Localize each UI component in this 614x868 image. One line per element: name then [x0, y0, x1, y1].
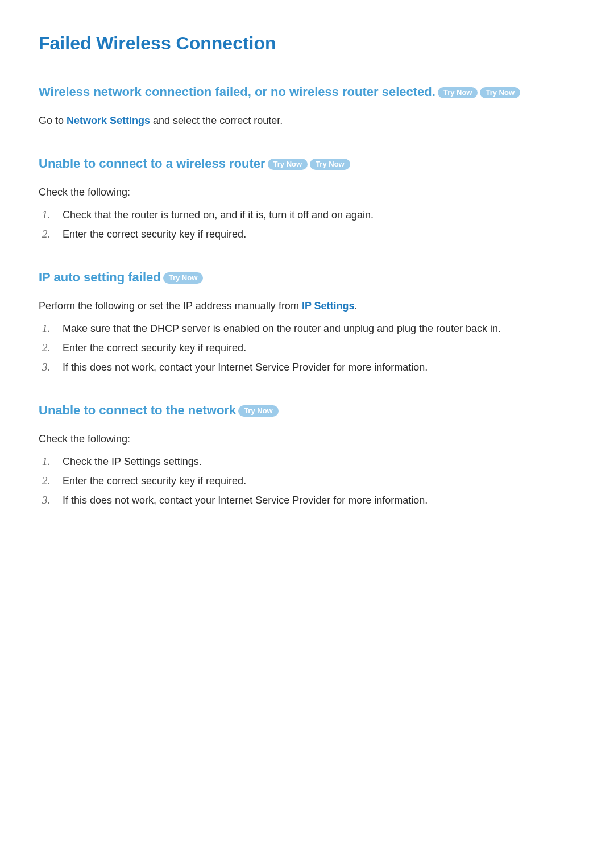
- section-heading-text: Unable to connect to a wireless router: [39, 156, 265, 171]
- section-list: Make sure that the DHCP server is enable…: [39, 320, 580, 376]
- page-title: Failed Wireless Connection: [39, 33, 580, 54]
- section-unable-router: Unable to connect to a wireless router T…: [39, 156, 580, 243]
- ip-settings-link[interactable]: IP Settings: [302, 300, 355, 312]
- section-heading: Wireless network connection failed, or n…: [39, 85, 580, 99]
- try-now-button[interactable]: Try Now: [268, 159, 308, 170]
- section-ip-auto-failed: IP auto setting failed Try Now Perform t…: [39, 270, 580, 376]
- section-list: Check the IP Settings settings. Enter th…: [39, 453, 580, 509]
- text: Perform the following or set the IP addr…: [39, 300, 302, 312]
- text: Check the: [63, 456, 111, 467]
- text: settings.: [161, 456, 202, 467]
- try-now-button[interactable]: Try Now: [310, 159, 350, 170]
- list-item: Enter the correct security key if requir…: [56, 339, 580, 356]
- page: Failed Wireless Connection Wireless netw…: [0, 0, 614, 570]
- section-list: Check that the router is turned on, and …: [39, 206, 580, 243]
- list-item: If this does not work, contact your Inte…: [56, 359, 580, 376]
- try-now-button[interactable]: Try Now: [480, 87, 520, 98]
- text: Go to: [39, 115, 67, 126]
- section-heading-text: IP auto setting failed: [39, 270, 161, 285]
- section-intro: Perform the following or set the IP addr…: [39, 297, 580, 314]
- try-now-button[interactable]: Try Now: [163, 272, 204, 284]
- section-intro: Check the following:: [39, 430, 580, 447]
- section-body: Go to Network Settings and select the co…: [39, 112, 580, 129]
- list-item: Make sure that the DHCP server is enable…: [56, 320, 580, 337]
- list-item: Check the IP Settings settings.: [56, 453, 580, 470]
- section-wireless-failed: Wireless network connection failed, or n…: [39, 85, 580, 129]
- text: .: [355, 300, 358, 312]
- list-item: Enter the correct security key if requir…: [56, 226, 580, 243]
- section-intro: Check the following:: [39, 184, 580, 201]
- section-heading: Unable to connect to a wireless router T…: [39, 156, 580, 171]
- network-settings-link[interactable]: Network Settings: [67, 115, 150, 126]
- section-unable-network: Unable to connect to the network Try Now…: [39, 403, 580, 509]
- list-item: Enter the correct security key if requir…: [56, 472, 580, 489]
- section-heading: IP auto setting failed Try Now: [39, 270, 580, 285]
- list-item: Check that the router is turned on, and …: [56, 206, 580, 223]
- text: and select the correct router.: [150, 115, 283, 126]
- try-now-button[interactable]: Try Now: [438, 87, 478, 98]
- section-heading-text: Unable to connect to the network: [39, 403, 236, 418]
- try-now-button[interactable]: Try Now: [238, 405, 279, 417]
- ip-settings-link[interactable]: IP Settings: [111, 456, 161, 467]
- section-heading-text: Wireless network connection failed, or n…: [39, 85, 435, 99]
- list-item: If this does not work, contact your Inte…: [56, 492, 580, 509]
- section-heading: Unable to connect to the network Try Now: [39, 403, 580, 418]
